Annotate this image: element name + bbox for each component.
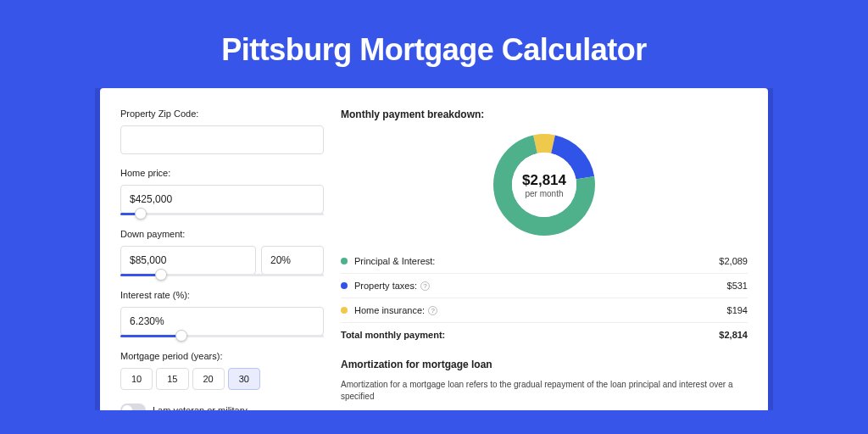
legend-swatch <box>341 282 348 289</box>
down-payment-label: Down payment: <box>120 229 324 239</box>
legend-total-label: Total monthly payment: <box>341 330 445 340</box>
period-option-20[interactable]: 20 <box>192 368 225 390</box>
home-price-slider[interactable] <box>120 213 324 215</box>
results-panel: Monthly payment breakdown: $2,814 per mo… <box>341 108 748 410</box>
period-label: Mortgage period (years): <box>120 351 324 361</box>
period-option-10[interactable]: 10 <box>120 368 153 390</box>
legend-total-row: Total monthly payment:$2,814 <box>341 322 748 347</box>
donut-chart: $2,814 per month <box>492 132 597 237</box>
breakdown-title: Monthly payment breakdown: <box>341 108 748 120</box>
donut-wrap: $2,814 per month <box>341 132 748 237</box>
rate-slider-thumb[interactable] <box>175 330 187 342</box>
legend-row: Home insurance:?$194 <box>341 298 748 322</box>
veteran-label: I am veteran or military <box>153 405 248 410</box>
legend-label: Home insurance: <box>354 305 425 315</box>
legend-row: Property taxes:?$531 <box>341 273 748 298</box>
period-option-30[interactable]: 30 <box>228 368 260 390</box>
down-payment-group: Down payment: <box>120 229 324 276</box>
info-icon[interactable]: ? <box>428 306 437 315</box>
down-payment-input[interactable] <box>120 246 256 275</box>
card-shadow: Property Zip Code: Home price: Down paym… <box>95 88 773 410</box>
home-price-label: Home price: <box>120 168 324 178</box>
period-options: 10152030 <box>120 368 324 390</box>
legend-total-amount: $2,814 <box>719 330 748 340</box>
home-price-group: Home price: <box>120 168 324 215</box>
inputs-panel: Property Zip Code: Home price: Down paym… <box>120 108 324 410</box>
page-title: Pittsburg Mortgage Calculator <box>0 0 868 88</box>
home-price-slider-thumb[interactable] <box>135 208 147 220</box>
down-payment-pct-input[interactable] <box>261 246 324 275</box>
down-payment-slider[interactable] <box>120 274 324 276</box>
legend-label: Property taxes: <box>354 281 417 291</box>
info-icon[interactable]: ? <box>420 281 430 291</box>
zip-input[interactable] <box>120 125 324 154</box>
zip-group: Property Zip Code: <box>120 108 324 154</box>
donut-sub: per month <box>525 189 563 198</box>
rate-slider[interactable] <box>120 335 324 337</box>
toggle-knob <box>122 405 132 410</box>
veteran-row: I am veteran or military <box>120 403 324 410</box>
calculator-card: Property Zip Code: Home price: Down paym… <box>100 88 768 410</box>
legend-amount: $2,089 <box>719 256 748 266</box>
amortization-title: Amortization for mortgage loan <box>341 359 748 370</box>
donut-center: $2,814 per month <box>512 153 576 217</box>
donut-value: $2,814 <box>522 172 566 189</box>
legend: Principal & Interest:$2,089Property taxe… <box>341 249 748 347</box>
legend-label: Principal & Interest: <box>354 256 435 266</box>
period-group: Mortgage period (years): 10152030 <box>120 351 324 390</box>
zip-label: Property Zip Code: <box>120 108 324 119</box>
legend-swatch <box>341 307 348 314</box>
legend-swatch <box>341 258 348 264</box>
amortization-text: Amortization for a mortgage loan refers … <box>341 379 748 403</box>
legend-amount: $531 <box>727 281 748 291</box>
rate-group: Interest rate (%): <box>120 290 324 337</box>
veteran-toggle[interactable] <box>120 403 146 410</box>
rate-label: Interest rate (%): <box>120 290 324 300</box>
rate-input[interactable] <box>120 307 324 336</box>
legend-row: Principal & Interest:$2,089 <box>341 249 748 273</box>
legend-amount: $194 <box>727 305 748 315</box>
home-price-input[interactable] <box>120 185 324 214</box>
period-option-15[interactable]: 15 <box>156 368 188 390</box>
down-payment-slider-thumb[interactable] <box>155 269 167 281</box>
